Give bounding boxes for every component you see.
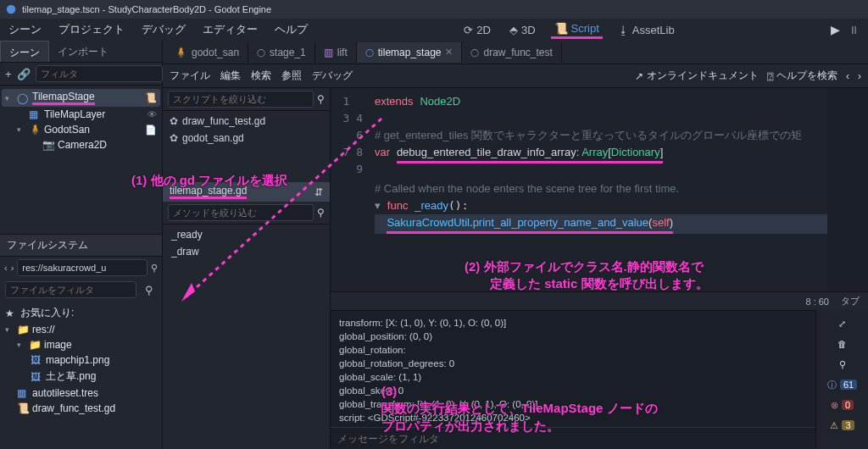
fs-root[interactable]: ▾📁res:// [2,322,160,337]
search-icon[interactable]: ⚲ [142,282,157,297]
indent-mode[interactable]: タブ [841,295,860,308]
nav-prev-button[interactable]: ‹ [846,70,849,82]
add-node-button[interactable]: + [5,66,12,81]
doc-tab-godot-san[interactable]: 🧍godot_san [166,42,248,63]
instance-icon[interactable]: 📄 [145,125,157,136]
fs-file[interactable]: 📜draw_func_test.gd [2,401,160,416]
method-item[interactable]: _draw [163,243,330,260]
doc-tab-stage-1[interactable]: ◯stage_1 [248,42,315,63]
online-docs-button[interactable]: ↗オンラインドキュメント [635,69,759,83]
nav-back-button[interactable]: ‹ [4,263,8,273]
node2d-icon: ◯ [17,92,29,104]
expand-icon[interactable]: ⤢ [820,315,865,332]
nav-fwd-button[interactable]: › [11,263,14,273]
view-assetlib-button[interactable]: ⭳AssetLib [615,22,678,38]
nav-next-button[interactable]: › [858,70,861,82]
tree-node-root[interactable]: ▾ ◯ TilemapStage 📜 [2,89,160,107]
script-menu-file[interactable]: ファイル [170,69,210,83]
fs-label: autotileset.tres [32,387,98,399]
fs-file[interactable]: 🖼mapchip1.png [2,352,160,368]
method-filter-input[interactable] [168,204,314,221]
menu-help[interactable]: ヘルプ [275,22,308,37]
info-badge[interactable]: ⓘ61 [820,376,865,393]
script-item[interactable]: ✿draw_func_test.gd [163,113,330,130]
doc-tab-lift[interactable]: ▥lift [315,42,357,63]
filesystem-path-input[interactable] [17,259,147,276]
image-icon: 🖼 [31,371,42,383]
script-filter-input[interactable] [168,91,314,108]
pause-button[interactable]: ⏸ [849,24,860,36]
code-content[interactable]: extends Node2D # get_entered_tiles 関数でキャ… [368,88,827,291]
editor-status-bar: 8 : 60 タブ [331,291,868,310]
view-3d-button[interactable]: ⬘3D [506,22,539,38]
search-help-button[interactable]: ⍰ヘルプを検索 [767,69,837,83]
scene-toolbar: + 🔗 ⛶ ⋮ [0,63,162,86]
fs-folder-image[interactable]: ▾📁image [2,337,160,352]
scene-filter-input[interactable] [36,65,163,82]
view-2d-button[interactable]: ⟳2D [460,22,494,38]
chevron-down-icon: ▾ [17,341,25,349]
view-script-button[interactable]: 📜Script [551,20,603,39]
chevron-down-icon: ▾ [5,94,14,103]
tree-node-tilemaplayer[interactable]: ▦ TileMapLayer 👁 [2,107,160,122]
circle-icon: ◯ [470,48,479,57]
script-indicator-icon[interactable]: 📜 [145,92,157,103]
download-icon: ⭳ [618,24,629,36]
tree-node-camera2d[interactable]: 📷 Camera2D [2,137,160,152]
menu-editor[interactable]: エディター [203,22,258,37]
fs-file[interactable]: 🖼土と草.png [2,368,160,385]
script-item-selected[interactable]: tilemap_stage.gd ⇵ [163,182,330,202]
minimap[interactable] [827,88,868,291]
filesystem-filter-input[interactable] [5,281,136,298]
output-content[interactable]: transform: [X: (1, 0), Y: (0, 1), O: (0,… [331,311,815,427]
cube-icon: ⬘ [509,24,518,36]
chevron-down-icon: ▾ [5,325,14,334]
folder-icon: 📁 [17,324,29,335]
fs-file[interactable]: ▦autotileset.tres [2,385,160,401]
scene-tree: ▾ ◯ TilemapStage 📜 ▦ TileMapLayer 👁 ▾ 🧍 … [0,86,162,234]
clear-icon[interactable]: 🗑 [820,335,865,352]
star-icon: ★ [5,308,17,319]
script-menu-goto[interactable]: 参照 [281,69,302,83]
camera-icon: 📷 [42,139,54,151]
tab-import[interactable]: インポート [49,41,117,62]
eye-icon[interactable]: 👁 [147,109,157,119]
fav-row[interactable]: ★お気に入り: [2,304,160,322]
close-icon[interactable]: ✕ [445,47,453,58]
menu-project[interactable]: プロジェクト [58,22,125,37]
play-button[interactable]: ▶ [831,23,840,36]
error-badge[interactable]: ⊗0 [820,396,865,413]
script-toolbar: ファイル 編集 検索 参照 デバッグ ↗オンラインドキュメント ⍰ヘルプを検索 … [163,64,868,88]
tab-scene[interactable]: シーン [0,41,49,62]
method-item[interactable]: _ready [163,226,330,243]
circle-icon: ◯ [257,48,265,57]
search-icon[interactable]: ⚲ [317,93,325,105]
doc-tab-draw-func-test[interactable]: ◯draw_func_test [462,42,561,63]
output-filter-input[interactable] [337,433,809,445]
script-menu-edit[interactable]: 編集 [220,69,241,83]
search-icon[interactable]: ⚲ [820,356,865,373]
script-menu-debug[interactable]: デバッグ [312,69,353,83]
tree-node-godotsan[interactable]: ▾ 🧍 GodotSan 📄 [2,122,160,137]
doc-tab-tilemap-stage[interactable]: ◯tilemap_stage✕ [357,42,463,63]
search-icon[interactable]: ⚲ [317,207,325,219]
menu-scene[interactable]: シーン [8,22,42,37]
gear-icon: ✿ [170,132,178,144]
link-icon[interactable]: 🔗 [17,66,31,81]
script-label: tilemap_stage.gd [170,185,247,199]
code-editor: 1 3 4 6 7 8 9 extends Node2D # get_enter… [331,88,868,449]
menu-debug[interactable]: デバッグ [142,22,186,37]
script-item[interactable]: ✿godot_san.gd [163,130,330,147]
script-menu-search[interactable]: 検索 [251,69,271,83]
chevron-down-icon: ▾ [17,125,25,134]
sort-icon[interactable]: ⇵ [314,186,323,198]
resource-icon: ▦ [17,387,29,399]
script-file-icon: 📜 [17,402,29,414]
search-icon[interactable]: ⚲ [151,263,158,274]
tree-node-label: TileMapLayer [44,108,105,120]
fs-label: 土と草.png [46,369,96,384]
character-icon: 🧍 [29,124,41,136]
warn-badge[interactable]: ⚠3 [820,417,865,434]
output-line: global_skew: 0 [339,384,807,397]
character-icon: 🧍 [175,47,187,58]
